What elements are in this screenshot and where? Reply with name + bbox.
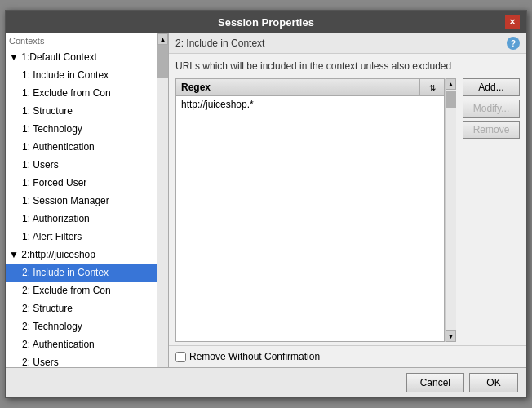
- regex-table: Regex ⇅ http://juiceshop.*: [175, 78, 445, 342]
- remove-without-confirmation-checkbox[interactable]: [175, 352, 186, 362]
- close-button[interactable]: ×: [505, 15, 520, 29]
- 2-authentication[interactable]: 2: Authentication: [6, 335, 157, 353]
- table-body: http://juiceshop.*: [176, 96, 444, 341]
- 2-exclude-from-context[interactable]: 2: Exclude from Con: [6, 282, 157, 299]
- content-description: URLs which will be included in the conte…: [169, 54, 526, 78]
- juiceshop-context[interactable]: ▼ 2:http://juiceshop: [6, 246, 157, 264]
- section-header: 2: Include in Context ?: [169, 33, 526, 54]
- 2-users[interactable]: 2: Users: [6, 353, 157, 367]
- table-area: Regex ⇅ http://juiceshop.* ▲ ▼: [169, 78, 526, 342]
- checkbox-area: Remove Without Confirmation: [175, 351, 320, 362]
- tree-scroll-up[interactable]: ▲: [157, 33, 168, 45]
- dialog-footer: Cancel OK: [6, 367, 526, 397]
- dialog-title: Session Properties: [27, 16, 505, 29]
- 1-include-in-context[interactable]: 1: Include in Contex: [6, 66, 157, 84]
- tree-scroll-track: [157, 45, 168, 367]
- title-bar: Session Properties ×: [6, 11, 526, 33]
- 1-technology[interactable]: 1: Technology: [6, 120, 157, 138]
- 1-forced-user[interactable]: 1: Forced User: [6, 174, 157, 192]
- session-properties-dialog: Session Properties × Contexts ▼ 1:Defaul…: [5, 10, 527, 398]
- 1-session-manager[interactable]: 1: Session Manager: [6, 192, 157, 210]
- table-buttons: Add... Modify... Remove: [456, 78, 520, 342]
- cancel-button[interactable]: Cancel: [406, 373, 464, 392]
- tree-panel: Contexts ▼ 1:Default Context 1: Include …: [6, 33, 169, 367]
- remove-button[interactable]: Remove: [463, 121, 520, 139]
- modify-button[interactable]: Modify...: [463, 100, 520, 118]
- tree-scroll-thumb[interactable]: [157, 45, 168, 78]
- 2-include-in-context[interactable]: 2: Include in Contex: [6, 264, 157, 282]
- bottom-area: Remove Without Confirmation: [169, 345, 526, 367]
- 2-technology[interactable]: 2: Technology: [6, 317, 157, 335]
- 1-exclude-from-context[interactable]: 1: Exclude from Con: [6, 84, 157, 102]
- table-scrollbar[interactable]: ▲ ▼: [445, 78, 456, 342]
- remove-without-confirmation-label: Remove Without Confirmation: [189, 351, 320, 362]
- dialog-body: Contexts ▼ 1:Default Context 1: Include …: [6, 33, 526, 367]
- table-row[interactable]: http://juiceshop.*: [176, 96, 444, 113]
- regex-column-header: Regex: [176, 79, 419, 95]
- table-scroll-down[interactable]: ▼: [446, 330, 456, 342]
- table-header: Regex ⇅: [176, 79, 444, 96]
- tree-scrollbar[interactable]: ▲ ▼: [157, 33, 168, 367]
- 1-users[interactable]: 1: Users: [6, 156, 157, 174]
- 1-structure[interactable]: 1: Structure: [6, 102, 157, 120]
- table-scroll-thumb[interactable]: [446, 91, 456, 108]
- add-button[interactable]: Add...: [463, 78, 520, 96]
- sort-icon-area[interactable]: ⇅: [419, 79, 444, 95]
- 1-alert-filters[interactable]: 1: Alert Filters: [6, 228, 157, 246]
- tree-items-col: Contexts ▼ 1:Default Context 1: Include …: [6, 33, 157, 367]
- 1-authentication[interactable]: 1: Authentication: [6, 138, 157, 156]
- 2-structure[interactable]: 2: Structure: [6, 299, 157, 317]
- ok-button[interactable]: OK: [469, 373, 518, 392]
- 1-authorization[interactable]: 1: Authorization: [6, 210, 157, 228]
- section-header-text: 2: Include in Context: [175, 38, 264, 49]
- sort-icon: ⇅: [429, 83, 436, 92]
- default-context[interactable]: ▼ 1:Default Context: [6, 48, 157, 66]
- table-scroll-up[interactable]: ▲: [446, 78, 456, 90]
- help-icon[interactable]: ?: [507, 37, 520, 50]
- content-panel: 2: Include in Context ? URLs which will …: [169, 33, 526, 367]
- table-scroll-track: [446, 90, 456, 330]
- tree-panel-inner: Contexts ▼ 1:Default Context 1: Include …: [6, 33, 168, 367]
- contexts-header[interactable]: Contexts: [6, 33, 157, 48]
